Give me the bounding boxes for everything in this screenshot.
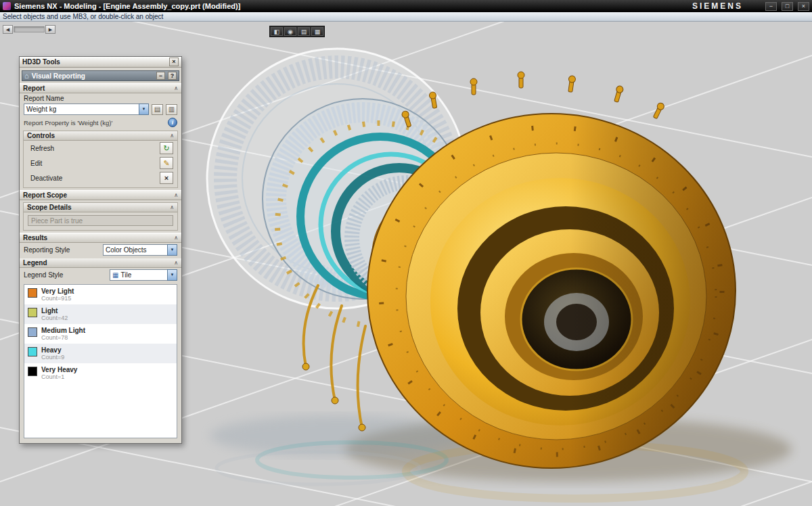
legend-item-very-light[interactable]: Very Light Count=915: [24, 285, 177, 304]
window-title: Siemens NX - Modeling - [Engine Assembly…: [14, 2, 240, 10]
refresh-button[interactable]: ↻: [160, 142, 173, 154]
legend-name: Very Light: [41, 288, 74, 295]
controls-group-header[interactable]: Controls ∧: [24, 131, 177, 141]
legend-style-text: Tile: [120, 271, 131, 279]
background-icon[interactable]: ◉: [284, 27, 296, 36]
deactivate-row: Deactivate ×: [24, 170, 177, 187]
siemens-logo: SIEMENS: [692, 1, 743, 11]
scope-details-label: Scope Details: [27, 204, 72, 211]
reporting-style-label: Reporting Style: [24, 246, 70, 254]
cue-text: Select objects and use MB3, or double-cl…: [3, 13, 163, 20]
toolbar-groove: [14, 26, 45, 32]
legend-item-heavy[interactable]: Heavy Count=9: [24, 344, 177, 363]
legend-count: Count=78: [41, 334, 85, 342]
report-name-value[interactable]: Weight kg: [24, 104, 139, 115]
legend-count: Count=1: [41, 373, 77, 381]
dropdown-arrow-icon[interactable]: ▼: [167, 269, 177, 281]
edit-label: Edit: [30, 160, 42, 167]
chevron-up-icon[interactable]: ∧: [170, 133, 174, 139]
legend-count: Count=9: [41, 354, 64, 361]
graphics-window[interactable]: ◀ ▶ ◧ ◉ ▤ ▦ HD3D Tools × ⌂ Visual Report…: [0, 22, 812, 506]
chevron-up-icon[interactable]: ∧: [174, 192, 178, 198]
deactivate-label: Deactivate: [30, 175, 62, 182]
section-report[interactable]: Report ∧: [20, 83, 181, 93]
section-results[interactable]: Results ∧: [20, 233, 181, 243]
panel-help-icon[interactable]: ?: [168, 72, 177, 80]
visual-reporting-title: Visual Reporting: [32, 72, 85, 80]
panel-minimize-icon[interactable]: −: [156, 72, 165, 80]
legend-style-label: Legend Style: [24, 271, 63, 279]
legend-count: Count=915: [41, 295, 74, 302]
edit-row: Edit ✎: [24, 156, 177, 170]
color-swatch: [28, 308, 37, 317]
section-report-scope[interactable]: Report Scope ∧: [20, 190, 181, 200]
legend-name: Light: [41, 307, 68, 315]
report-name-label: Report Name: [24, 95, 64, 102]
chevron-up-icon[interactable]: ∧: [174, 260, 178, 266]
nx-logo-icon: [3, 2, 11, 10]
section-report-label: Report: [23, 85, 45, 92]
legend-name: Very Heavy: [41, 366, 77, 373]
close-button[interactable]: ×: [798, 2, 809, 11]
chevron-up-icon[interactable]: ∧: [170, 204, 174, 210]
edit-button[interactable]: ✎: [160, 157, 173, 169]
palette-title: HD3D Tools: [22, 58, 60, 66]
palette-close-icon[interactable]: ×: [169, 58, 179, 66]
reporting-style-combo[interactable]: Color Objects ▼: [103, 244, 177, 256]
refresh-label: Refresh: [30, 145, 54, 152]
legend-name: Heavy: [41, 346, 64, 354]
legend-name: Medium Light: [41, 327, 85, 334]
palette-titlebar[interactable]: HD3D Tools ×: [20, 57, 181, 68]
legend-style-combo[interactable]: ▦ Tile ▼: [110, 269, 177, 281]
minimize-button[interactable]: −: [765, 2, 777, 11]
refresh-row: Refresh ↻: [24, 141, 177, 156]
results-label: Results: [23, 234, 47, 242]
scroll-right-icon[interactable]: ▶: [45, 25, 55, 34]
window-titlebar: Siemens NX - Modeling - [Engine Assembly…: [0, 0, 812, 12]
legend-header[interactable]: Legend ∧: [20, 258, 181, 268]
new-report-icon[interactable]: ▤: [152, 104, 163, 115]
color-swatch: [28, 347, 37, 356]
maximize-button[interactable]: □: [782, 2, 793, 11]
cue-line: Select objects and use MB3, or double-cl…: [0, 12, 812, 22]
home-icon[interactable]: ⌂: [24, 72, 29, 80]
color-swatch: [28, 367, 37, 376]
print-icon[interactable]: ▦: [311, 27, 323, 36]
chevron-up-icon[interactable]: ∧: [174, 235, 178, 241]
legend-style-value[interactable]: ▦ Tile: [110, 269, 167, 281]
open-report-icon[interactable]: ▥: [166, 104, 177, 115]
dropdown-arrow-icon[interactable]: ▼: [139, 104, 149, 115]
controls-group: Controls ∧ Refresh ↻ Edit ✎ Deactivate ×: [23, 131, 178, 188]
visual-reporting-header: ⌂ Visual Reporting − ?: [22, 70, 179, 81]
deactivate-button[interactable]: ×: [160, 172, 173, 184]
legend-label: Legend: [23, 259, 47, 267]
legend-item-medium-light[interactable]: Medium Light Count=78: [24, 324, 177, 344]
color-swatch: [28, 327, 37, 337]
scope-details-header[interactable]: Scope Details ∧: [24, 203, 177, 212]
hd3d-tools-palette: HD3D Tools × ⌂ Visual Reporting − ? Repo…: [19, 56, 182, 444]
view-toolbar: ◧ ◉ ▤ ▦: [269, 26, 325, 37]
controls-label: Controls: [27, 132, 55, 139]
reporting-style-value[interactable]: Color Objects: [103, 244, 167, 256]
scope-details-group: Scope Details ∧ Piece Part is true: [23, 202, 178, 231]
color-swatch: [28, 288, 37, 298]
tile-icon: ▦: [112, 271, 118, 279]
legend-item-light[interactable]: Light Count=42: [24, 304, 177, 324]
legend-count: Count=42: [41, 315, 68, 322]
report-property-text: Report Property is 'Weight (kg)': [24, 119, 112, 127]
legend-item-very-heavy[interactable]: Very Heavy Count=1: [24, 363, 177, 383]
dropdown-arrow-icon[interactable]: ▼: [167, 244, 177, 256]
render-style-icon[interactable]: ◧: [271, 27, 283, 36]
report-scope-label: Report Scope: [23, 191, 67, 199]
scope-value-field: Piece Part is true: [28, 215, 173, 226]
information-icon[interactable]: i: [168, 118, 177, 127]
visual-effects-icon[interactable]: ▤: [298, 27, 310, 36]
legend-list: Very Light Count=915 Light Count=42 Medi…: [24, 284, 177, 438]
toolbar-scroll: ◀ ▶: [3, 25, 55, 34]
chevron-up-icon[interactable]: ∧: [174, 85, 178, 91]
scroll-left-icon[interactable]: ◀: [3, 25, 13, 34]
report-name-combo[interactable]: Weight kg ▼: [24, 104, 149, 115]
